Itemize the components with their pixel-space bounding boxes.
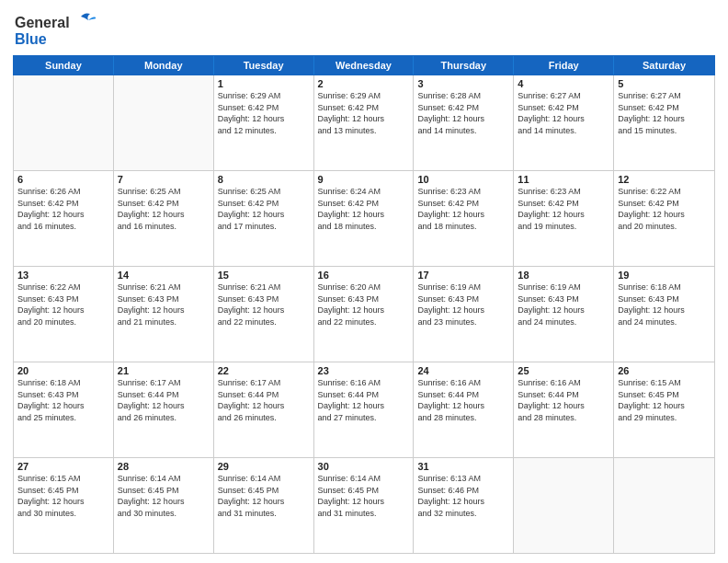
day-detail: Sunrise: 6:23 AM Sunset: 6:42 PM Dayligh… bbox=[417, 186, 509, 232]
day-number: 24 bbox=[417, 365, 509, 376]
svg-text:General: General bbox=[15, 15, 70, 30]
day-number: 23 bbox=[318, 365, 410, 376]
day-number: 12 bbox=[618, 174, 711, 185]
calendar-cell: 18Sunrise: 6:19 AM Sunset: 6:43 PM Dayli… bbox=[514, 267, 614, 362]
day-detail: Sunrise: 6:14 AM Sunset: 6:45 PM Dayligh… bbox=[318, 473, 410, 519]
day-detail: Sunrise: 6:17 AM Sunset: 6:44 PM Dayligh… bbox=[118, 377, 210, 423]
day-number: 28 bbox=[118, 461, 210, 472]
day-detail: Sunrise: 6:21 AM Sunset: 6:43 PM Dayligh… bbox=[218, 282, 310, 327]
day-number: 16 bbox=[318, 270, 410, 281]
day-number: 8 bbox=[218, 174, 310, 185]
calendar-cell: 4Sunrise: 6:27 AM Sunset: 6:42 PM Daylig… bbox=[514, 75, 614, 170]
calendar-cell: 19Sunrise: 6:18 AM Sunset: 6:43 PM Dayli… bbox=[614, 267, 714, 362]
day-number: 22 bbox=[218, 365, 310, 376]
calendar-cell bbox=[114, 75, 214, 170]
calendar-row: 27Sunrise: 6:15 AM Sunset: 6:45 PM Dayli… bbox=[14, 458, 714, 553]
day-detail: Sunrise: 6:29 AM Sunset: 6:42 PM Dayligh… bbox=[218, 90, 310, 136]
logo-svg: General Blue bbox=[13, 9, 96, 50]
day-detail: Sunrise: 6:18 AM Sunset: 6:43 PM Dayligh… bbox=[17, 377, 109, 423]
calendar-cell: 14Sunrise: 6:21 AM Sunset: 6:43 PM Dayli… bbox=[114, 267, 214, 362]
day-number: 5 bbox=[618, 78, 711, 89]
calendar-cell: 7Sunrise: 6:25 AM Sunset: 6:42 PM Daylig… bbox=[114, 171, 214, 266]
header: General Blue bbox=[13, 9, 715, 50]
calendar-cell: 29Sunrise: 6:14 AM Sunset: 6:45 PM Dayli… bbox=[214, 458, 314, 553]
day-detail: Sunrise: 6:13 AM Sunset: 6:46 PM Dayligh… bbox=[417, 473, 509, 519]
day-number: 14 bbox=[118, 270, 210, 281]
calendar-cell: 27Sunrise: 6:15 AM Sunset: 6:45 PM Dayli… bbox=[14, 458, 114, 553]
calendar-cell: 23Sunrise: 6:16 AM Sunset: 6:44 PM Dayli… bbox=[314, 362, 415, 457]
calendar-cell: 9Sunrise: 6:24 AM Sunset: 6:42 PM Daylig… bbox=[314, 171, 415, 266]
calendar-row: 13Sunrise: 6:22 AM Sunset: 6:43 PM Dayli… bbox=[14, 267, 714, 362]
calendar-cell: 28Sunrise: 6:14 AM Sunset: 6:45 PM Dayli… bbox=[114, 458, 214, 553]
day-detail: Sunrise: 6:25 AM Sunset: 6:42 PM Dayligh… bbox=[218, 186, 310, 232]
calendar-cell: 30Sunrise: 6:14 AM Sunset: 6:45 PM Dayli… bbox=[314, 458, 415, 553]
weekday-header: Friday bbox=[514, 56, 614, 75]
day-number: 2 bbox=[318, 78, 410, 89]
calendar-cell: 31Sunrise: 6:13 AM Sunset: 6:46 PM Dayli… bbox=[414, 458, 514, 553]
calendar-cell: 12Sunrise: 6:22 AM Sunset: 6:42 PM Dayli… bbox=[614, 171, 714, 266]
day-number: 30 bbox=[318, 461, 410, 472]
day-number: 25 bbox=[518, 365, 609, 376]
calendar-cell: 24Sunrise: 6:16 AM Sunset: 6:44 PM Dayli… bbox=[414, 362, 514, 457]
day-detail: Sunrise: 6:25 AM Sunset: 6:42 PM Dayligh… bbox=[118, 186, 210, 232]
day-detail: Sunrise: 6:18 AM Sunset: 6:43 PM Dayligh… bbox=[618, 282, 711, 327]
day-detail: Sunrise: 6:16 AM Sunset: 6:44 PM Dayligh… bbox=[318, 377, 410, 423]
day-detail: Sunrise: 6:24 AM Sunset: 6:42 PM Dayligh… bbox=[318, 186, 410, 232]
day-number: 26 bbox=[618, 365, 711, 376]
day-number: 1 bbox=[218, 78, 310, 89]
calendar-cell: 21Sunrise: 6:17 AM Sunset: 6:44 PM Dayli… bbox=[114, 362, 214, 457]
day-number: 20 bbox=[17, 365, 109, 376]
day-number: 17 bbox=[417, 270, 509, 281]
day-number: 31 bbox=[417, 461, 509, 472]
day-detail: Sunrise: 6:15 AM Sunset: 6:45 PM Dayligh… bbox=[618, 377, 711, 423]
weekday-header: Tuesday bbox=[214, 56, 314, 75]
calendar-cell bbox=[514, 458, 614, 553]
day-detail: Sunrise: 6:14 AM Sunset: 6:45 PM Dayligh… bbox=[218, 473, 310, 519]
day-detail: Sunrise: 6:22 AM Sunset: 6:43 PM Dayligh… bbox=[17, 282, 109, 327]
calendar-header: SundayMondayTuesdayWednesdayThursdayFrid… bbox=[13, 55, 715, 75]
day-number: 18 bbox=[518, 270, 609, 281]
calendar-row: 20Sunrise: 6:18 AM Sunset: 6:43 PM Dayli… bbox=[14, 362, 714, 458]
day-detail: Sunrise: 6:19 AM Sunset: 6:43 PM Dayligh… bbox=[417, 282, 509, 327]
day-detail: Sunrise: 6:22 AM Sunset: 6:42 PM Dayligh… bbox=[618, 186, 711, 232]
day-detail: Sunrise: 6:26 AM Sunset: 6:42 PM Dayligh… bbox=[17, 186, 109, 232]
weekday-header: Thursday bbox=[414, 56, 514, 75]
logo: General Blue bbox=[13, 9, 96, 50]
calendar-cell: 8Sunrise: 6:25 AM Sunset: 6:42 PM Daylig… bbox=[214, 171, 314, 266]
calendar-cell: 5Sunrise: 6:27 AM Sunset: 6:42 PM Daylig… bbox=[614, 75, 714, 170]
calendar-cell: 1Sunrise: 6:29 AM Sunset: 6:42 PM Daylig… bbox=[214, 75, 314, 170]
calendar-cell: 15Sunrise: 6:21 AM Sunset: 6:43 PM Dayli… bbox=[214, 267, 314, 362]
day-detail: Sunrise: 6:19 AM Sunset: 6:43 PM Dayligh… bbox=[518, 282, 609, 327]
calendar-cell bbox=[614, 458, 714, 553]
day-detail: Sunrise: 6:27 AM Sunset: 6:42 PM Dayligh… bbox=[518, 90, 609, 136]
day-number: 6 bbox=[17, 174, 109, 185]
day-number: 4 bbox=[518, 78, 609, 89]
calendar-cell: 26Sunrise: 6:15 AM Sunset: 6:45 PM Dayli… bbox=[614, 362, 714, 457]
day-detail: Sunrise: 6:20 AM Sunset: 6:43 PM Dayligh… bbox=[318, 282, 410, 327]
calendar-cell: 16Sunrise: 6:20 AM Sunset: 6:43 PM Dayli… bbox=[314, 267, 415, 362]
day-number: 9 bbox=[318, 174, 410, 185]
calendar-row: 1Sunrise: 6:29 AM Sunset: 6:42 PM Daylig… bbox=[14, 75, 714, 171]
calendar-cell: 3Sunrise: 6:28 AM Sunset: 6:42 PM Daylig… bbox=[414, 75, 514, 170]
day-number: 3 bbox=[417, 78, 509, 89]
calendar-cell: 6Sunrise: 6:26 AM Sunset: 6:42 PM Daylig… bbox=[14, 171, 114, 266]
day-detail: Sunrise: 6:27 AM Sunset: 6:42 PM Dayligh… bbox=[618, 90, 711, 136]
day-number: 29 bbox=[218, 461, 310, 472]
weekday-header: Wednesday bbox=[314, 56, 415, 75]
day-number: 19 bbox=[618, 270, 711, 281]
day-number: 13 bbox=[17, 270, 109, 281]
calendar-cell: 25Sunrise: 6:16 AM Sunset: 6:44 PM Dayli… bbox=[514, 362, 614, 457]
day-detail: Sunrise: 6:21 AM Sunset: 6:43 PM Dayligh… bbox=[118, 282, 210, 327]
day-detail: Sunrise: 6:29 AM Sunset: 6:42 PM Dayligh… bbox=[318, 90, 410, 136]
day-number: 27 bbox=[17, 461, 109, 472]
page: General Blue SundayMondayTuesdayWednesda… bbox=[0, 0, 728, 563]
day-number: 21 bbox=[118, 365, 210, 376]
day-detail: Sunrise: 6:16 AM Sunset: 6:44 PM Dayligh… bbox=[417, 377, 509, 423]
calendar-cell bbox=[14, 75, 114, 170]
day-detail: Sunrise: 6:28 AM Sunset: 6:42 PM Dayligh… bbox=[417, 90, 509, 136]
day-number: 7 bbox=[118, 174, 210, 185]
day-detail: Sunrise: 6:17 AM Sunset: 6:44 PM Dayligh… bbox=[218, 377, 310, 423]
weekday-header: Monday bbox=[114, 56, 214, 75]
calendar-cell: 2Sunrise: 6:29 AM Sunset: 6:42 PM Daylig… bbox=[314, 75, 415, 170]
day-number: 15 bbox=[218, 270, 310, 281]
